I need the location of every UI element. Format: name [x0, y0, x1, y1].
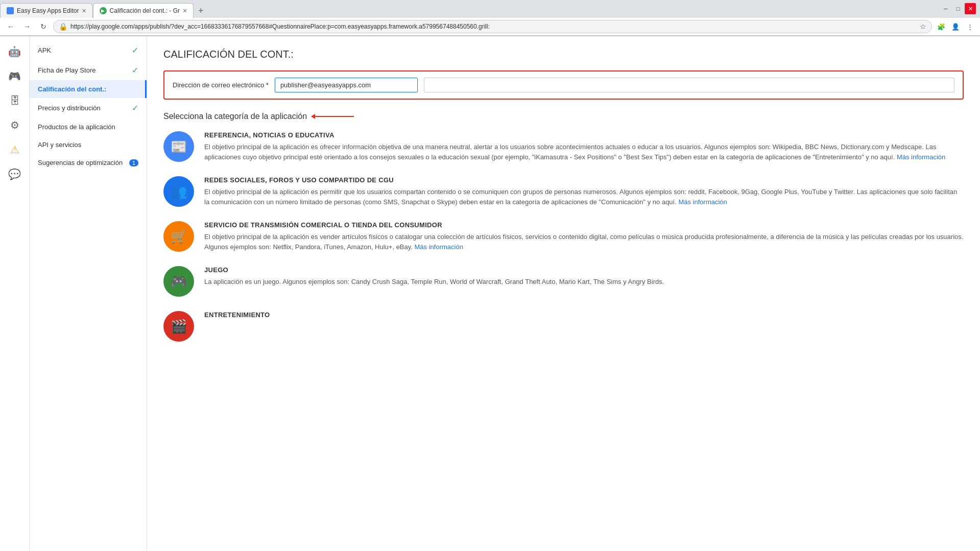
category-icon-green: 🎮 — [163, 266, 194, 297]
more-info-link[interactable]: Más información — [678, 198, 727, 206]
reload-button[interactable]: ↻ — [37, 20, 50, 33]
category-section-title: Selecciona la categoría de la aplicación — [163, 112, 964, 121]
more-info-link[interactable]: Más información — [897, 153, 945, 161]
category-icon-red: 🎬 — [163, 311, 194, 342]
nav-item-api-y-servicios[interactable]: API y servicios — [30, 136, 147, 154]
bookmark-icon[interactable]: ☆ — [920, 22, 926, 31]
tab-favicon: ▶ — [100, 7, 107, 14]
menu-icon[interactable]: ⋮ — [964, 20, 976, 33]
address-text: https://play.google.com/apps/publish/?de… — [70, 23, 917, 30]
nav-item-label: Calificación del cont.: — [38, 85, 106, 93]
nav-item-label: Productos de la aplicación — [38, 123, 115, 131]
category-item: 🎬ENTRETENIMIENTO — [163, 311, 964, 342]
page-title: CALIFICACIÓN DEL CONT.: — [163, 49, 964, 60]
category-name[interactable]: ENTRETENIMIENTO — [204, 311, 964, 319]
nav-item-label: Sugerencias de optimización — [38, 159, 123, 166]
category-item: 🎮JUEGOLa aplicación es un juego. Algunos… — [163, 266, 964, 297]
tab-close-button[interactable]: × — [183, 7, 187, 15]
tab-close-button[interactable]: × — [82, 7, 86, 15]
category-content: SERVICIO DE TRANSMISIÓN COMERCIAL O TIEN… — [204, 221, 964, 252]
category-name[interactable]: REFERENCIA, NOTICIAS O EDUCATIVA — [204, 131, 964, 139]
extensions-icon[interactable]: 🧩 — [935, 20, 947, 33]
category-icon-teal: 👥 — [163, 176, 194, 207]
nav-item-sugerencias-de-optimización[interactable]: Sugerencias de optimización1 — [30, 154, 147, 172]
category-name[interactable]: REDES SOCIALES, FOROS Y USO COMPARTIDO D… — [204, 176, 964, 184]
nav-item-apk[interactable]: APK✓ — [30, 40, 147, 60]
nav-badge: 1 — [129, 159, 138, 166]
category-icon-blue: 📰 — [163, 131, 194, 162]
category-description: El objetivo principal de la aplicación e… — [204, 142, 964, 162]
sidebar-icon-database[interactable]: 🗄 — [4, 89, 26, 112]
nav-item-label: Precios y distribución — [38, 104, 101, 112]
forward-button[interactable]: → — [20, 20, 34, 33]
more-info-link[interactable]: Más información — [415, 243, 463, 251]
category-content: REFERENCIA, NOTICIAS O EDUCATIVAEl objet… — [204, 131, 964, 162]
sidebar-icon-feedback[interactable]: 💬 — [4, 163, 26, 185]
category-item: 📰REFERENCIA, NOTICIAS O EDUCATIVAEl obje… — [163, 131, 964, 162]
arrow-indicator — [313, 116, 354, 117]
nav-item-calificación-del-cont.:[interactable]: Calificación del cont.: — [30, 80, 147, 98]
category-description: La aplicación es un juego. Algunos ejemp… — [204, 277, 964, 287]
category-content: ENTRETENIMIENTO — [204, 311, 964, 322]
maximize-button[interactable]: □ — [952, 3, 964, 14]
tab-label: Calificación del cont.: - Gr — [110, 7, 180, 14]
category-description: El objetivo principal de la aplicación e… — [204, 232, 964, 252]
category-name[interactable]: SERVICIO DE TRANSMISIÓN COMERCIAL O TIEN… — [204, 221, 964, 229]
browser-tab-tab2[interactable]: ▶Calificación del cont.: - Gr× — [93, 3, 194, 18]
new-tab-button[interactable]: + — [194, 4, 208, 18]
category-name[interactable]: JUEGO — [204, 266, 964, 274]
sidebar-icon-android[interactable]: 🤖 — [4, 40, 26, 63]
sidebar-icon-controller[interactable]: 🎮 — [4, 65, 26, 87]
nav-item-label: Ficha de Play Store — [38, 66, 95, 74]
nav-check-icon: ✓ — [132, 65, 138, 75]
category-icon-orange: 🛒 — [163, 221, 194, 252]
nav-check-icon: ✓ — [132, 103, 138, 113]
back-button[interactable]: ← — [4, 20, 17, 33]
user-icon[interactable]: 👤 — [949, 20, 962, 33]
nav-item-productos-de-la-aplicación[interactable]: Productos de la aplicación — [30, 118, 147, 136]
browser-tab-tab1[interactable]: Easy Easy Apps Editor× — [0, 3, 93, 18]
email-section: Dirección de correo electrónico * — [163, 70, 964, 100]
nav-item-label: APK — [38, 46, 51, 54]
nav-check-icon: ✓ — [132, 45, 138, 55]
category-description: El objetivo principal de la aplicación e… — [204, 187, 964, 207]
sidebar-icon-warning[interactable]: ⚠ — [4, 138, 26, 161]
email-input-2[interactable] — [424, 78, 954, 92]
nav-item-precios-y-distribución[interactable]: Precios y distribución✓ — [30, 98, 147, 118]
category-item: 🛒SERVICIO DE TRANSMISIÓN COMERCIAL O TIE… — [163, 221, 964, 252]
secure-icon: 🔒 — [59, 22, 67, 31]
email-input[interactable] — [275, 78, 418, 92]
close-button[interactable]: ✕ — [965, 3, 976, 14]
category-content: JUEGOLa aplicación es un juego. Algunos … — [204, 266, 964, 287]
category-content: REDES SOCIALES, FOROS Y USO COMPARTIDO D… — [204, 176, 964, 207]
email-label: Dirección de correo electrónico * — [173, 81, 269, 89]
nav-item-ficha-de-play-store[interactable]: Ficha de Play Store✓ — [30, 60, 147, 80]
category-item: 👥REDES SOCIALES, FOROS Y USO COMPARTIDO … — [163, 176, 964, 207]
tab-label: Easy Easy Apps Editor — [17, 7, 79, 14]
nav-item-label: API y servicios — [38, 141, 81, 149]
minimize-button[interactable]: ─ — [940, 3, 951, 14]
tab-favicon — [7, 7, 14, 14]
sidebar-icon-settings[interactable]: ⚙ — [4, 114, 26, 136]
